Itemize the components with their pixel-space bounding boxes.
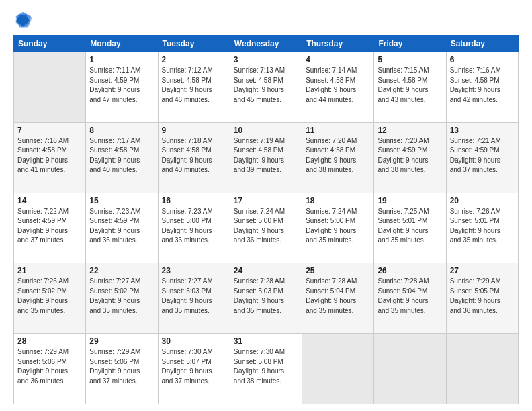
day-info: Sunrise: 7:29 AMSunset: 5:05 PMDaylight:… (450, 277, 515, 316)
calendar-cell: 1Sunrise: 7:11 AMSunset: 4:59 PMDaylight… (86, 52, 158, 123)
week-row-2: 14Sunrise: 7:22 AMSunset: 4:59 PMDayligh… (14, 193, 519, 263)
day-number: 29 (89, 336, 154, 346)
day-info: Sunrise: 7:24 AMSunset: 5:00 PMDaylight:… (234, 207, 298, 246)
day-info: Sunrise: 7:30 AMSunset: 5:07 PMDaylight:… (162, 347, 226, 386)
calendar-cell: 31Sunrise: 7:30 AMSunset: 5:08 PMDayligh… (230, 334, 302, 404)
week-row-0: 1Sunrise: 7:11 AMSunset: 4:59 PMDaylight… (14, 52, 519, 123)
weekday-header-thursday: Thursday (302, 36, 374, 52)
calendar-cell: 12Sunrise: 7:20 AMSunset: 4:59 PMDayligh… (374, 122, 446, 193)
calendar-cell: 8Sunrise: 7:17 AMSunset: 4:58 PMDaylight… (86, 122, 158, 193)
calendar-cell: 9Sunrise: 7:18 AMSunset: 4:58 PMDaylight… (158, 122, 230, 193)
day-number: 9 (162, 126, 226, 135)
day-number: 6 (450, 55, 515, 64)
calendar-cell: 19Sunrise: 7:25 AMSunset: 5:01 PMDayligh… (374, 193, 446, 263)
calendar-cell: 13Sunrise: 7:21 AMSunset: 4:59 PMDayligh… (446, 122, 518, 193)
day-number: 16 (162, 196, 226, 205)
calendar-cell: 14Sunrise: 7:22 AMSunset: 4:59 PMDayligh… (14, 193, 86, 263)
day-number: 22 (89, 266, 154, 275)
weekday-header-tuesday: Tuesday (158, 36, 230, 52)
calendar-cell: 16Sunrise: 7:23 AMSunset: 5:00 PMDayligh… (158, 193, 230, 263)
calendar-cell: 10Sunrise: 7:19 AMSunset: 4:58 PMDayligh… (230, 122, 302, 193)
calendar-cell: 15Sunrise: 7:23 AMSunset: 4:59 PMDayligh… (86, 193, 158, 263)
day-number: 27 (450, 266, 515, 275)
day-info: Sunrise: 7:11 AMSunset: 4:59 PMDaylight:… (89, 66, 154, 105)
day-number: 4 (306, 55, 370, 64)
calendar-cell: 11Sunrise: 7:20 AMSunset: 4:58 PMDayligh… (302, 122, 374, 193)
day-info: Sunrise: 7:23 AMSunset: 5:00 PMDaylight:… (162, 207, 226, 246)
day-number: 20 (450, 196, 515, 205)
day-info: Sunrise: 7:30 AMSunset: 5:08 PMDaylight:… (234, 347, 298, 386)
day-number: 18 (306, 196, 370, 205)
logo (13, 11, 35, 30)
calendar-cell: 18Sunrise: 7:24 AMSunset: 5:00 PMDayligh… (302, 193, 374, 263)
day-number: 25 (306, 266, 370, 275)
weekday-header-saturday: Saturday (446, 36, 518, 52)
week-row-4: 28Sunrise: 7:29 AMSunset: 5:06 PMDayligh… (14, 334, 519, 404)
weekday-header-sunday: Sunday (14, 36, 86, 52)
day-number: 11 (306, 126, 370, 135)
weekday-header-monday: Monday (86, 36, 158, 52)
day-info: Sunrise: 7:14 AMSunset: 4:58 PMDaylight:… (306, 66, 370, 105)
day-info: Sunrise: 7:15 AMSunset: 4:58 PMDaylight:… (378, 66, 442, 105)
day-info: Sunrise: 7:22 AMSunset: 4:59 PMDaylight:… (17, 207, 82, 246)
day-info: Sunrise: 7:26 AMSunset: 5:02 PMDaylight:… (17, 277, 82, 316)
calendar-cell: 23Sunrise: 7:27 AMSunset: 5:03 PMDayligh… (158, 263, 230, 334)
day-number: 12 (378, 126, 442, 135)
day-number: 13 (450, 126, 515, 135)
weekday-header-row: SundayMondayTuesdayWednesdayThursdayFrid… (14, 36, 519, 52)
calendar-cell: 29Sunrise: 7:29 AMSunset: 5:06 PMDayligh… (86, 334, 158, 404)
day-info: Sunrise: 7:28 AMSunset: 5:04 PMDaylight:… (378, 277, 442, 316)
calendar-cell: 17Sunrise: 7:24 AMSunset: 5:00 PMDayligh… (230, 193, 302, 263)
day-info: Sunrise: 7:24 AMSunset: 5:00 PMDaylight:… (306, 207, 370, 246)
day-info: Sunrise: 7:28 AMSunset: 5:03 PMDaylight:… (234, 277, 298, 316)
day-number: 5 (378, 55, 442, 64)
day-info: Sunrise: 7:17 AMSunset: 4:58 PMDaylight:… (89, 136, 154, 175)
calendar-cell (446, 334, 518, 404)
day-number: 17 (234, 196, 298, 205)
day-info: Sunrise: 7:20 AMSunset: 4:59 PMDaylight:… (378, 136, 442, 175)
calendar-cell: 22Sunrise: 7:27 AMSunset: 5:02 PMDayligh… (86, 263, 158, 334)
calendar-cell: 5Sunrise: 7:15 AMSunset: 4:58 PMDaylight… (374, 52, 446, 123)
calendar-cell: 20Sunrise: 7:26 AMSunset: 5:01 PMDayligh… (446, 193, 518, 263)
calendar-cell (14, 52, 86, 123)
day-number: 2 (162, 55, 226, 64)
day-info: Sunrise: 7:19 AMSunset: 4:58 PMDaylight:… (234, 136, 298, 175)
calendar-cell: 24Sunrise: 7:28 AMSunset: 5:03 PMDayligh… (230, 263, 302, 334)
day-info: Sunrise: 7:13 AMSunset: 4:58 PMDaylight:… (234, 66, 298, 105)
day-info: Sunrise: 7:16 AMSunset: 4:58 PMDaylight:… (17, 136, 82, 175)
day-number: 15 (89, 196, 154, 205)
day-number: 23 (162, 266, 226, 275)
day-number: 31 (234, 336, 298, 346)
calendar-cell: 27Sunrise: 7:29 AMSunset: 5:05 PMDayligh… (446, 263, 518, 334)
weekday-header-friday: Friday (374, 36, 446, 52)
week-row-1: 7Sunrise: 7:16 AMSunset: 4:58 PMDaylight… (14, 122, 519, 193)
day-number: 28 (17, 336, 82, 346)
week-row-3: 21Sunrise: 7:26 AMSunset: 5:02 PMDayligh… (14, 263, 519, 334)
day-number: 1 (89, 55, 154, 64)
day-number: 8 (89, 126, 154, 135)
day-info: Sunrise: 7:23 AMSunset: 4:59 PMDaylight:… (89, 207, 154, 246)
calendar-cell (302, 334, 374, 404)
day-info: Sunrise: 7:26 AMSunset: 5:01 PMDaylight:… (450, 207, 515, 246)
calendar-cell: 4Sunrise: 7:14 AMSunset: 4:58 PMDaylight… (302, 52, 374, 123)
day-info: Sunrise: 7:29 AMSunset: 5:06 PMDaylight:… (17, 347, 82, 386)
calendar-cell: 26Sunrise: 7:28 AMSunset: 5:04 PMDayligh… (374, 263, 446, 334)
day-info: Sunrise: 7:16 AMSunset: 4:58 PMDaylight:… (450, 66, 515, 105)
calendar-cell (374, 334, 446, 404)
day-number: 21 (17, 266, 82, 275)
day-number: 30 (162, 336, 226, 346)
calendar-cell: 25Sunrise: 7:28 AMSunset: 5:04 PMDayligh… (302, 263, 374, 334)
day-number: 24 (234, 266, 298, 275)
day-info: Sunrise: 7:27 AMSunset: 5:02 PMDaylight:… (89, 277, 154, 316)
day-number: 26 (378, 266, 442, 275)
day-number: 3 (234, 55, 298, 64)
day-info: Sunrise: 7:18 AMSunset: 4:58 PMDaylight:… (162, 136, 226, 175)
day-number: 7 (17, 126, 82, 135)
day-info: Sunrise: 7:12 AMSunset: 4:58 PMDaylight:… (162, 66, 226, 105)
weekday-header-wednesday: Wednesday (230, 36, 302, 52)
day-number: 19 (378, 196, 442, 205)
calendar-cell: 2Sunrise: 7:12 AMSunset: 4:58 PMDaylight… (158, 52, 230, 123)
day-number: 10 (234, 126, 298, 135)
day-info: Sunrise: 7:27 AMSunset: 5:03 PMDaylight:… (162, 277, 226, 316)
calendar-cell: 3Sunrise: 7:13 AMSunset: 4:58 PMDaylight… (230, 52, 302, 123)
